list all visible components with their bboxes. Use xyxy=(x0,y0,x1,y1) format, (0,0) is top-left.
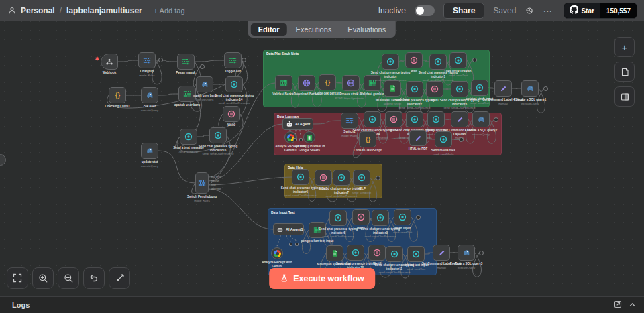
node-b-pin1 xyxy=(289,243,292,246)
node-r-code[interactable]: { } xyxy=(359,131,376,147)
node-b-gem[interactable] xyxy=(271,247,283,259)
share-button[interactable]: Share xyxy=(443,3,484,19)
node-g-jika[interactable] xyxy=(449,52,467,68)
node-b-salah[interactable] xyxy=(394,209,411,225)
switch-output-label: help xyxy=(211,184,216,186)
node-r-media[interactable] xyxy=(435,131,452,147)
zoom-in-button[interactable] xyxy=(32,267,54,289)
node-b-scp8[interactable] xyxy=(329,210,347,226)
node-checking-chatid[interactable]: { } xyxy=(109,87,126,103)
node-g-download[interactable] xyxy=(298,75,315,91)
node-wait9[interactable] xyxy=(223,106,240,122)
node-b-setcmd[interactable] xyxy=(433,245,450,261)
node-end4 xyxy=(376,176,380,180)
node-update-stat[interactable] xyxy=(141,143,158,159)
tidy-up-button[interactable] xyxy=(109,267,130,289)
node-g-code[interactable]: { } xyxy=(319,74,336,90)
node-g-proses[interactable] xyxy=(342,75,360,91)
node-g-scp3[interactable] xyxy=(451,81,468,97)
node-scp16[interactable] xyxy=(209,127,227,143)
node-g-wait1[interactable] xyxy=(426,81,443,97)
node-r-buat[interactable] xyxy=(427,111,445,127)
undo-button[interactable] xyxy=(83,267,105,289)
node-g-scp2[interactable] xyxy=(406,81,423,97)
node-b-sql3[interactable] xyxy=(458,245,475,261)
github-star-badge[interactable]: Star 150,557 xyxy=(564,3,637,19)
node-end6 xyxy=(479,251,484,255)
node-g-wait[interactable] xyxy=(405,52,423,68)
node-r-pin1 xyxy=(293,138,297,141)
node-b-wait6[interactable] xyxy=(352,209,370,225)
group-note-title: Data Input Text xyxy=(271,210,295,214)
node-send-text-msg[interactable] xyxy=(180,129,197,145)
node-webhook[interactable] xyxy=(101,54,118,70)
tab-executions[interactable]: Executions xyxy=(288,23,339,36)
node-g-setcmd[interactable] xyxy=(494,80,512,97)
node-r-sql2[interactable] xyxy=(472,111,490,127)
node-g-selesai[interactable] xyxy=(471,80,488,96)
github-star-count: 150,557 xyxy=(600,3,637,18)
node-b-scp9[interactable] xyxy=(372,210,389,226)
tab-editor[interactable]: Editor xyxy=(251,23,287,36)
execute-workflow-button[interactable]: Execute workflow xyxy=(269,268,375,289)
breadcrumb-workspace[interactable]: Personal xyxy=(21,6,55,15)
history-icon[interactable] xyxy=(525,6,534,15)
logs-panel-bar[interactable]: Logs xyxy=(0,296,644,313)
node-b-scp10[interactable] xyxy=(347,245,364,261)
tab-evaluations[interactable]: Evaluations xyxy=(340,23,393,36)
expand-logs-icon[interactable] xyxy=(629,299,636,311)
node-r-scp5[interactable] xyxy=(406,111,423,127)
node-r-agent[interactable]: AI Agent xyxy=(282,118,313,130)
node-chatgrup[interactable] xyxy=(138,52,156,68)
logs-label: Logs xyxy=(12,301,614,309)
add-node-button[interactable]: + xyxy=(614,37,635,57)
node-g-validasi-gambar[interactable] xyxy=(364,75,381,91)
add-tag-button[interactable]: + Add tag xyxy=(154,7,185,15)
node-trigger-out[interactable] xyxy=(224,52,241,68)
add-sticky-note-button[interactable] xyxy=(614,62,635,82)
node-b-agent[interactable]: AI Agent1 xyxy=(273,223,304,235)
node-switch-hub[interactable] xyxy=(195,172,209,194)
node-g-scp1[interactable] xyxy=(429,54,447,70)
node-masih-user-baru[interactable] xyxy=(196,76,213,92)
node-r-wait2[interactable] xyxy=(385,111,402,127)
toggle-panel-button[interactable] xyxy=(614,86,635,107)
node-pesan-masuk[interactable] xyxy=(177,54,195,70)
node-y-scp7[interactable] xyxy=(333,170,350,186)
node-b-selesai[interactable] xyxy=(407,246,425,262)
node-y-wait5[interactable] xyxy=(315,170,332,186)
workflow-canvas[interactable]: Data Plat Struk NotaData LaporanData Hel… xyxy=(0,0,644,313)
node-scp14[interactable] xyxy=(225,76,243,92)
node-r-sheets[interactable] xyxy=(303,131,315,143)
node-apakah-user-baru[interactable] xyxy=(178,86,196,102)
active-toggle[interactable] xyxy=(415,5,435,16)
switch-output-label: laporan xyxy=(211,180,219,182)
node-end1 xyxy=(543,86,548,91)
node-r-scp4[interactable] xyxy=(364,111,381,127)
node-y-scp6[interactable] xyxy=(292,169,309,185)
node-y-help[interactable] xyxy=(353,170,370,186)
node-g-sql1[interactable] xyxy=(521,80,539,97)
node-r-gem[interactable] xyxy=(284,131,297,143)
node-end-a xyxy=(158,58,163,62)
node-end-g xyxy=(472,58,477,62)
node-b-pin2 xyxy=(295,243,299,246)
node-g-scp[interactable] xyxy=(382,54,399,70)
node-r-setcmd[interactable] xyxy=(451,111,468,127)
node-r-html[interactable] xyxy=(409,130,427,146)
more-options-icon[interactable]: ⋯ xyxy=(543,6,552,15)
zoom-out-button[interactable] xyxy=(58,267,79,289)
node-b-pengecekan[interactable] xyxy=(309,222,326,238)
breadcrumb-separator: / xyxy=(60,6,62,15)
node-g-sheet[interactable] xyxy=(384,80,401,97)
workflow-name[interactable]: lapbelanjamultiuser xyxy=(66,6,142,15)
node-r-switch1[interactable] xyxy=(341,113,358,129)
open-logs-window-icon[interactable] xyxy=(614,299,622,311)
node-b-scp11[interactable] xyxy=(386,246,403,262)
node-g-validasi-berkas[interactable] xyxy=(275,75,292,91)
node-b-wait8[interactable] xyxy=(368,245,386,261)
node-b-sheet[interactable] xyxy=(326,245,343,261)
node-cek-user[interactable] xyxy=(141,87,158,103)
switch-output-label: plat struk xyxy=(211,176,221,178)
fit-view-button[interactable] xyxy=(7,267,28,289)
